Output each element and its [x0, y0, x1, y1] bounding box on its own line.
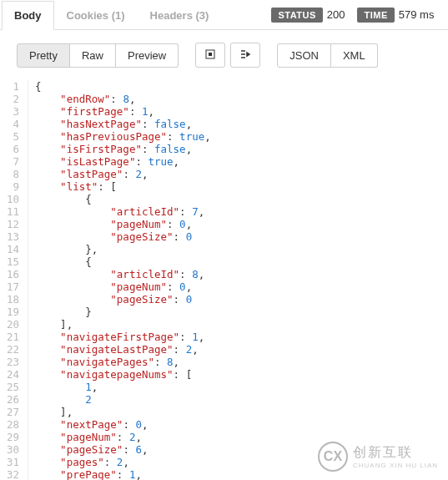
code-line: "navigateLastPage": 2,: [35, 343, 211, 356]
code-line: "navigatePages": 8,: [35, 356, 211, 368]
line-number: 31: [5, 456, 19, 468]
line-number: 25: [5, 381, 19, 393]
line-number: 19: [5, 306, 19, 318]
code-line: "pageNum": 0,: [35, 280, 211, 293]
watermark-logo-icon: CX: [318, 442, 348, 472]
watermark: CX 创新互联 CHUANG XIN HU LIAN: [318, 442, 438, 472]
line-number: 6: [5, 143, 19, 155]
code-line: "navigateFirstPage": 1,: [35, 331, 211, 343]
code-line: "firstPage": 1,: [35, 105, 211, 118]
code-line: "articleId": 7,: [35, 205, 211, 218]
xml-button[interactable]: XML: [331, 43, 378, 68]
preview-button[interactable]: Preview: [116, 43, 179, 68]
code-line: "pageNum": 0,: [35, 218, 211, 230]
line-number: 26: [5, 393, 19, 406]
line-number: 11: [5, 205, 19, 218]
line-number: 18: [5, 293, 19, 306]
pretty-button[interactable]: Pretty: [17, 43, 70, 68]
wrap-icon: [204, 48, 216, 63]
toolbar: Pretty Raw Preview JSON XML: [0, 30, 448, 80]
line-number: 5: [5, 130, 19, 143]
tab-cookies[interactable]: Cookies (1): [54, 1, 138, 29]
tab-headers[interactable]: Headers (3): [138, 1, 222, 29]
line-number: 14: [5, 243, 19, 255]
raw-button[interactable]: Raw: [70, 43, 116, 68]
line-number: 1: [5, 80, 19, 93]
code-line: "navigatepageNums": [: [35, 368, 211, 381]
line-number: 27: [5, 406, 19, 418]
code-line: ],: [35, 318, 211, 331]
status-label: STATUS: [271, 8, 322, 23]
line-number: 3: [5, 105, 19, 118]
line-number: 13: [5, 230, 19, 243]
code-line: "lastPage": 2,: [35, 168, 211, 180]
json-button[interactable]: JSON: [277, 43, 331, 68]
time-value: 579 ms: [399, 8, 435, 21]
tab-body[interactable]: Body: [2, 1, 54, 30]
line-number: 7: [5, 155, 19, 168]
line-number: 28: [5, 418, 19, 431]
code-line: {: [35, 255, 211, 268]
view-mode-group: Pretty Raw Preview: [17, 43, 179, 68]
line-number: 12: [5, 218, 19, 230]
line-number: 17: [5, 280, 19, 293]
wrap-button[interactable]: [195, 43, 225, 68]
code-line: },: [35, 243, 211, 255]
line-number: 9: [5, 180, 19, 193]
code-line: "hasNextPage": false,: [35, 118, 211, 130]
code-line: "articleId": 8,: [35, 268, 211, 280]
code-line: }: [35, 306, 211, 318]
svg-rect-1: [209, 53, 212, 56]
line-number: 22: [5, 343, 19, 356]
collapse-icon: [239, 48, 251, 63]
collapse-button[interactable]: [230, 43, 260, 68]
status-value: 200: [327, 8, 345, 21]
line-number: 20: [5, 318, 19, 331]
line-number: 4: [5, 118, 19, 130]
code-line: "nextPage": 0,: [35, 418, 211, 431]
code-line: "pages": 2,: [35, 456, 211, 468]
code-line: 1,: [35, 381, 211, 393]
watermark-sub: CHUANG XIN HU LIAN: [353, 462, 438, 469]
line-number: 2: [5, 93, 19, 105]
watermark-main: 创新互联: [353, 444, 413, 462]
code-body[interactable]: { "endRow": 8, "firstPage": 1, "hasNextP…: [28, 80, 211, 480]
code-line: ],: [35, 406, 211, 418]
code-line: "prePage": 1,: [35, 468, 211, 480]
code-line: {: [35, 80, 211, 93]
code-line: "pageSize": 0: [35, 293, 211, 306]
line-number: 21: [5, 331, 19, 343]
line-number: 24: [5, 368, 19, 381]
code-line: "pageSize": 6,: [35, 443, 211, 456]
code-line: "isFirstPage": false,: [35, 143, 211, 155]
code-line: "pageNum": 2,: [35, 431, 211, 443]
line-number: 30: [5, 443, 19, 456]
code-area: 1234567891011121314151617181920212223242…: [0, 80, 448, 480]
code-line: "hasPreviousPage": true,: [35, 130, 211, 143]
line-number: 23: [5, 356, 19, 368]
top-row: Body Cookies (1) Headers (3) STATUS 200 …: [0, 0, 448, 30]
code-line: "endRow": 8,: [35, 93, 211, 105]
line-number: 15: [5, 255, 19, 268]
code-line: "list": [: [35, 180, 211, 193]
format-group: JSON XML: [277, 43, 377, 68]
code-line: 2: [35, 393, 211, 406]
line-number: 10: [5, 193, 19, 205]
top-tabs: Body Cookies (1) Headers (3): [2, 1, 221, 29]
line-number: 16: [5, 268, 19, 280]
line-number: 8: [5, 168, 19, 180]
code-line: "isLastPage": true,: [35, 155, 211, 168]
time-label: TIME: [357, 8, 394, 23]
code-line: {: [35, 193, 211, 205]
status-area: STATUS 200 TIME 579 ms: [271, 8, 442, 23]
line-number: 32: [5, 468, 19, 480]
code-line: "pageSize": 0: [35, 230, 211, 243]
line-number: 29: [5, 431, 19, 443]
line-gutter: 1234567891011121314151617181920212223242…: [5, 80, 28, 480]
